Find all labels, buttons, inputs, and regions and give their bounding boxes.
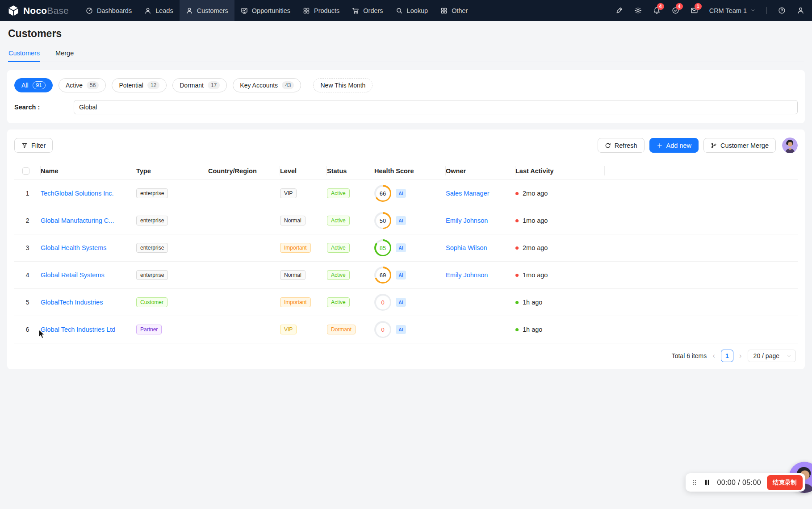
question-circle-icon [778, 7, 786, 14]
chevron-down-icon [750, 8, 755, 13]
chip-count: 43 [282, 81, 294, 89]
tag-active: Active [327, 297, 350, 307]
tag-partner: Partner [136, 325, 162, 334]
table-row: 4Global Retail SystemsenterpriseNormalAc… [14, 262, 798, 289]
user-icon [797, 7, 804, 14]
add-new-button-label: Add new [666, 142, 691, 149]
avatar[interactable] [782, 138, 798, 153]
ai-badge[interactable]: AI [396, 271, 406, 280]
page-size-select[interactable]: 20 / page [748, 350, 796, 362]
customer-name-link[interactable]: Global Manufacturing C... [41, 217, 114, 224]
nav-item-opportunities[interactable]: Opportunities [234, 0, 297, 21]
column-title: Country/Region [208, 167, 257, 175]
owner-link[interactable]: Sales Manager [446, 190, 490, 197]
user-icon [144, 7, 151, 14]
add-new-button[interactable]: Add new [649, 138, 699, 153]
ai-badge[interactable]: AI [396, 298, 406, 307]
logo-noco: Noco [23, 5, 47, 16]
table-row: 2Global Manufacturing C...enterpriseNorm… [14, 207, 798, 234]
activity-dot [515, 219, 519, 222]
nav-item-lookup[interactable]: Lookup [389, 0, 435, 21]
nav-item-customers[interactable]: Customers [180, 0, 234, 21]
filter-chip-potential[interactable]: Potential12 [112, 78, 167, 92]
column-title: Health Score [374, 167, 414, 175]
customer-merge-button[interactable]: Customer Merge [703, 138, 776, 153]
filter-chip-new-this-month[interactable]: New This Month [313, 78, 373, 92]
customer-name-link[interactable]: Global Retail Systems [41, 271, 105, 279]
nav-item-label: Customers [197, 7, 228, 14]
chip-count: 17 [208, 81, 220, 89]
table-row: 1TechGlobal Solutions Inc.enterpriseVIPA… [14, 180, 798, 207]
ai-badge[interactable]: AI [396, 243, 406, 252]
owner-link[interactable]: Sophia Wilson [446, 244, 487, 251]
filter-button[interactable]: Filter [14, 138, 53, 153]
prev-page-button[interactable]: ‹ [711, 351, 716, 360]
tag-important: Important [280, 243, 311, 253]
table-row: 6Global Tech Industries LtdPartnerVIPDor… [14, 316, 798, 343]
customer-name-link[interactable]: Global Health Systems [41, 244, 106, 251]
customer-name-link[interactable]: TechGlobal Solutions Inc. [41, 190, 114, 197]
user-icon [186, 7, 193, 14]
owner-link[interactable]: Emily Johnson [446, 271, 488, 279]
team-label: CRM Team 1 [709, 7, 747, 14]
refresh-button[interactable]: Refresh [598, 138, 645, 153]
filter-chip-all[interactable]: All91 [14, 78, 53, 92]
customer-name-link[interactable]: GlobalTech Industries [41, 299, 103, 306]
gear-button[interactable] [634, 7, 642, 14]
activity-dot [515, 246, 519, 250]
pause-icon[interactable] [703, 479, 711, 486]
appstore-icon [303, 7, 310, 14]
th-name: Name [41, 162, 136, 179]
nav-item-leads[interactable]: Leads [138, 0, 180, 21]
mail-button[interactable]: 1 [691, 7, 698, 14]
ai-badge[interactable]: AI [396, 325, 406, 334]
page-number[interactable]: 1 [721, 350, 733, 362]
appstore-icon [440, 7, 448, 14]
notification-badge: 1 [695, 3, 702, 10]
timer-check-button[interactable]: 4 [672, 7, 679, 14]
ai-badge[interactable]: AI [396, 189, 406, 198]
filter-card: All91Active56Potential12Dormant17Key Acc… [7, 70, 805, 123]
nav-item-products[interactable]: Products [297, 0, 346, 21]
page-title: Customers [8, 28, 804, 40]
filter-chip-dormant[interactable]: Dormant17 [172, 78, 227, 92]
highlighter-button[interactable] [615, 7, 623, 14]
drag-handle-icon[interactable] [691, 479, 698, 486]
help-button[interactable] [778, 7, 786, 14]
tab-merge[interactable]: Merge [55, 46, 74, 62]
health-score-ring: 0 [374, 321, 391, 338]
activity-dot [515, 192, 519, 195]
nav-item-other[interactable]: Other [434, 0, 474, 21]
tag-active: Active [327, 188, 350, 198]
nav-item-dashboards[interactable]: Dashboards [80, 0, 138, 21]
notification-badge: 4 [676, 3, 683, 10]
chip-count: 91 [33, 81, 46, 89]
tab-customers[interactable]: Customers [8, 46, 40, 62]
bell-button[interactable]: 4 [653, 7, 661, 14]
main-content: Customers CustomersMerge All91Active56Po… [0, 28, 812, 369]
user-menu-button[interactable] [797, 7, 804, 14]
nav-item-orders[interactable]: Orders [346, 0, 389, 21]
health-score-value: 0 [376, 296, 390, 309]
tag-enterprise: enterprise [136, 243, 168, 253]
next-page-button[interactable]: › [738, 351, 743, 360]
filter-button-label: Filter [31, 142, 46, 149]
chip-count: 12 [147, 81, 159, 89]
search-input[interactable] [74, 100, 798, 114]
tag-enterprise: enterprise [136, 188, 168, 198]
stop-recording-button[interactable]: 结束录制 [767, 475, 803, 490]
nocobase-logo[interactable]: NocoBase [8, 0, 69, 21]
activity-dot [515, 328, 519, 331]
select-all-checkbox[interactable] [22, 167, 29, 175]
tag-important: Important [280, 297, 311, 307]
top-nav: NocoBase DashboardsLeadsCustomersOpportu… [0, 0, 812, 21]
filter-chip-active[interactable]: Active56 [59, 78, 106, 92]
team-selector[interactable]: CRM Team 1 [709, 7, 755, 14]
plus-icon [657, 142, 663, 149]
tag-dormant: Dormant [327, 325, 356, 334]
filter-chip-key-accounts[interactable]: Key Accounts43 [233, 78, 301, 92]
customer-name-link[interactable]: Global Tech Industries Ltd [41, 326, 115, 333]
ai-badge[interactable]: AI [396, 216, 406, 225]
health-score-ring: 66 [374, 185, 391, 202]
owner-link[interactable]: Emily Johnson [446, 217, 488, 224]
